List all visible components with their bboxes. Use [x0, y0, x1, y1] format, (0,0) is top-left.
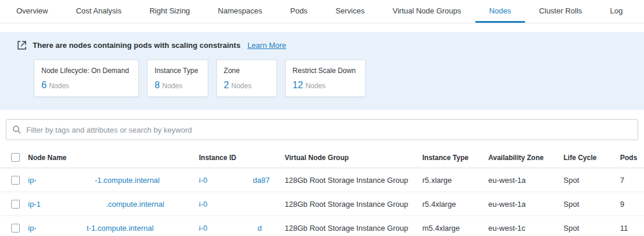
- card-unit: Nodes: [231, 82, 251, 90]
- scaling-constraints-icon: [16, 40, 27, 50]
- card-count: 2: [224, 80, 229, 90]
- cell-life-cycle: Spot: [564, 176, 620, 185]
- card-count: 12: [293, 80, 303, 90]
- card-count: 6: [41, 80, 47, 90]
- instance-id-link[interactable]: i-0da87: [199, 176, 270, 185]
- node-name-link[interactable]: ip--1.compute.internal: [28, 176, 160, 185]
- tab-services[interactable]: Services: [321, 0, 379, 23]
- cell-instance-type: r5.4xlarge: [422, 200, 488, 209]
- instance-id-link[interactable]: i-0: [199, 200, 254, 209]
- cell-instance-type: m5.4xlarge: [422, 224, 488, 232]
- cell-pods: 11: [620, 224, 644, 232]
- tab-nodes[interactable]: Nodes: [475, 0, 526, 23]
- cell-vng: 128Gb Root Storage Instance Group: [285, 176, 422, 185]
- table-row: ip-t-1.compute.internal i-0d 128Gb Root …: [0, 216, 644, 236]
- table-body: ip--1.compute.internal i-0da87 128Gb Roo…: [0, 168, 644, 236]
- banner-message: There are nodes containing pods with sca…: [33, 41, 240, 50]
- col-instance-type: Instance Type: [422, 154, 488, 162]
- row-checkbox[interactable]: [11, 224, 20, 232]
- card-count: 8: [155, 80, 160, 90]
- node-name-link[interactable]: ip-t-1.compute.internal: [28, 224, 153, 232]
- col-availability-zone: Availability Zone: [488, 154, 564, 162]
- redacted-segment: [36, 175, 94, 183]
- select-all-checkbox[interactable]: [11, 153, 20, 162]
- cell-availability-zone: eu-west-1a: [488, 176, 564, 185]
- tab-namespaces[interactable]: Namespaces: [204, 0, 276, 23]
- col-life-cycle: Life Cycle: [564, 154, 620, 162]
- col-node-name: Node Name: [28, 154, 199, 162]
- row-checkbox[interactable]: [11, 200, 20, 209]
- row-checkbox[interactable]: [11, 176, 20, 185]
- tab-overview[interactable]: Overview: [2, 0, 62, 23]
- learn-more-link[interactable]: Learn More: [247, 41, 286, 50]
- tab-cluster-rolls[interactable]: Cluster Rolls: [525, 0, 596, 23]
- card-title: Instance Type: [155, 67, 198, 75]
- col-instance-id: Instance ID: [199, 154, 285, 162]
- search-input[interactable]: [26, 126, 632, 134]
- cell-availability-zone: eu-west-1c: [488, 224, 564, 232]
- cell-pods: 9: [620, 200, 644, 209]
- redacted-segment: [41, 199, 106, 207]
- col-virtual-node-group: Virtual Node Group: [285, 154, 422, 162]
- scaling-constraints-banner: There are nodes containing pods with sca…: [0, 32, 644, 110]
- redacted-segment: [207, 175, 253, 183]
- col-pods: Pods: [620, 154, 644, 162]
- cell-vng: 128Gb Root Storage Instance Group: [285, 224, 422, 232]
- card-unit: Nodes: [305, 82, 326, 90]
- tab-cost-analysis[interactable]: Cost Analysis: [62, 0, 135, 23]
- instance-id-link[interactable]: i-0d: [199, 224, 262, 232]
- card-title: Restrict Scale Down: [293, 67, 356, 75]
- card-unit: Nodes: [49, 82, 69, 90]
- tab-right-sizing[interactable]: Right Sizing: [135, 0, 204, 23]
- cell-availability-zone: eu-west-1a: [488, 200, 564, 209]
- node-name-link[interactable]: ip-1.compute.internal: [28, 200, 164, 209]
- cell-instance-type: r5.xlarge: [422, 176, 488, 185]
- card-unit: Nodes: [162, 82, 183, 90]
- table-row: ip-1.compute.internal i-0 128Gb Root Sto…: [0, 192, 644, 216]
- tab-virtual-node-groups[interactable]: Virtual Node Groups: [379, 0, 475, 23]
- search-icon: [12, 125, 22, 134]
- cell-pods: 7: [620, 176, 644, 185]
- cell-life-cycle: Spot: [564, 224, 620, 232]
- card-node-lifecycle: Node Lifecycle: On Demand 6Nodes: [34, 60, 139, 97]
- filter-search-bar: [6, 119, 638, 140]
- cell-vng: 128Gb Root Storage Instance Group: [285, 200, 422, 209]
- card-title: Node Lifecycle: On Demand: [41, 67, 129, 75]
- redacted-segment: [207, 223, 257, 231]
- constraint-cards: Node Lifecycle: On Demand 6Nodes Instanc…: [34, 60, 628, 97]
- table-row: ip--1.compute.internal i-0da87 128Gb Roo…: [0, 168, 644, 192]
- redacted-segment: [207, 199, 254, 207]
- card-title: Zone: [224, 67, 267, 75]
- card-zone: Zone 2Nodes: [216, 60, 277, 97]
- tab-log[interactable]: Log: [596, 0, 637, 23]
- tab-bar: Overview Cost Analysis Right Sizing Name…: [0, 0, 644, 23]
- nodes-table: Node Name Instance ID Virtual Node Group…: [0, 147, 644, 236]
- card-restrict-scale-down: Restrict Scale Down 12Nodes: [285, 60, 366, 97]
- card-instance-type: Instance Type 8Nodes: [147, 60, 208, 97]
- redacted-segment: [36, 223, 86, 231]
- tab-pods[interactable]: Pods: [276, 0, 321, 23]
- table-header: Node Name Instance ID Virtual Node Group…: [0, 147, 644, 168]
- cell-life-cycle: Spot: [564, 200, 620, 209]
